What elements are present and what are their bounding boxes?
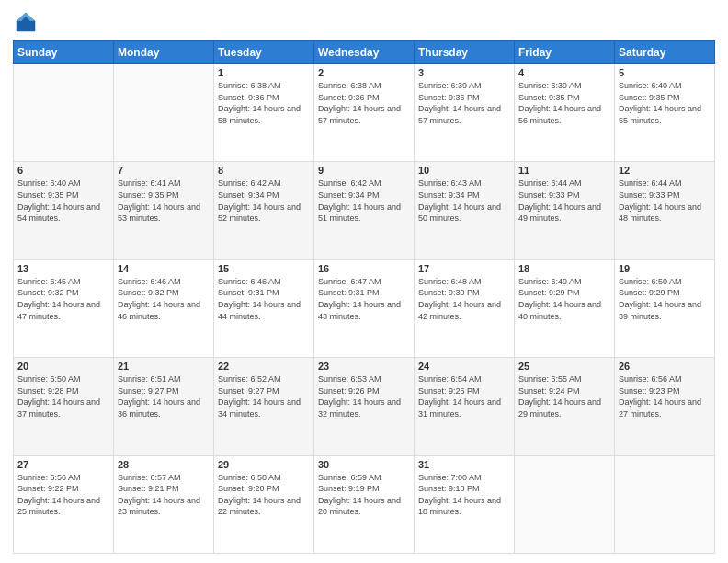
calendar-cell: 5Sunrise: 6:40 AM Sunset: 9:35 PM Daylig… (615, 64, 715, 162)
calendar-header-friday: Friday (515, 41, 615, 64)
calendar-cell: 9Sunrise: 6:42 AM Sunset: 9:34 PM Daylig… (314, 162, 415, 259)
day-info: Sunrise: 6:47 AM Sunset: 9:31 PM Dayligh… (318, 276, 410, 322)
day-info: Sunrise: 6:50 AM Sunset: 9:29 PM Dayligh… (619, 276, 711, 322)
day-info: Sunrise: 6:43 AM Sunset: 9:34 PM Dayligh… (418, 178, 510, 224)
calendar-cell: 30Sunrise: 6:59 AM Sunset: 9:19 PM Dayli… (314, 455, 415, 553)
calendar: SundayMondayTuesdayWednesdayThursdayFrid… (13, 40, 715, 554)
calendar-header-saturday: Saturday (615, 41, 715, 64)
calendar-cell: 21Sunrise: 6:51 AM Sunset: 9:27 PM Dayli… (114, 358, 214, 455)
day-number: 19 (619, 263, 711, 274)
day-info: Sunrise: 6:44 AM Sunset: 9:33 PM Dayligh… (619, 178, 711, 224)
calendar-week-row: 13Sunrise: 6:45 AM Sunset: 9:32 PM Dayli… (14, 259, 715, 357)
day-number: 23 (318, 361, 410, 372)
day-info: Sunrise: 7:00 AM Sunset: 9:18 PM Dayligh… (418, 472, 510, 518)
day-number: 16 (318, 263, 410, 274)
day-info: Sunrise: 6:48 AM Sunset: 9:30 PM Dayligh… (418, 276, 510, 322)
day-info: Sunrise: 6:40 AM Sunset: 9:35 PM Dayligh… (17, 178, 109, 224)
calendar-cell (515, 455, 615, 553)
calendar-cell (114, 64, 214, 162)
day-number: 8 (218, 165, 310, 176)
page: SundayMondayTuesdayWednesdayThursdayFrid… (0, 0, 728, 563)
day-info: Sunrise: 6:55 AM Sunset: 9:24 PM Dayligh… (518, 373, 610, 419)
day-info: Sunrise: 6:42 AM Sunset: 9:34 PM Dayligh… (318, 178, 410, 224)
calendar-cell: 24Sunrise: 6:54 AM Sunset: 9:25 PM Dayli… (415, 358, 515, 455)
calendar-cell: 13Sunrise: 6:45 AM Sunset: 9:32 PM Dayli… (14, 259, 114, 357)
calendar-cell: 31Sunrise: 7:00 AM Sunset: 9:18 PM Dayli… (415, 455, 515, 553)
day-info: Sunrise: 6:39 AM Sunset: 9:36 PM Dayligh… (418, 80, 510, 126)
day-info: Sunrise: 6:52 AM Sunset: 9:27 PM Dayligh… (218, 373, 310, 419)
day-number: 11 (518, 165, 610, 176)
calendar-cell (14, 64, 114, 162)
day-info: Sunrise: 6:49 AM Sunset: 9:29 PM Dayligh… (518, 276, 610, 322)
calendar-header-thursday: Thursday (415, 41, 515, 64)
calendar-cell: 26Sunrise: 6:56 AM Sunset: 9:23 PM Dayli… (615, 358, 715, 455)
calendar-cell: 27Sunrise: 6:56 AM Sunset: 9:22 PM Dayli… (14, 455, 114, 553)
day-number: 3 (418, 67, 510, 78)
day-info: Sunrise: 6:56 AM Sunset: 9:23 PM Dayligh… (619, 373, 711, 419)
calendar-cell: 28Sunrise: 6:57 AM Sunset: 9:21 PM Dayli… (114, 455, 214, 553)
calendar-cell: 17Sunrise: 6:48 AM Sunset: 9:30 PM Dayli… (415, 259, 515, 357)
calendar-header-row: SundayMondayTuesdayWednesdayThursdayFrid… (14, 41, 715, 64)
calendar-header-sunday: Sunday (14, 41, 114, 64)
calendar-cell: 4Sunrise: 6:39 AM Sunset: 9:35 PM Daylig… (515, 64, 615, 162)
day-number: 10 (418, 165, 510, 176)
day-info: Sunrise: 6:42 AM Sunset: 9:34 PM Dayligh… (218, 178, 310, 224)
day-info: Sunrise: 6:41 AM Sunset: 9:35 PM Dayligh… (118, 178, 210, 224)
calendar-cell: 25Sunrise: 6:55 AM Sunset: 9:24 PM Dayli… (515, 358, 615, 455)
logo-icon (13, 9, 39, 35)
calendar-cell: 3Sunrise: 6:39 AM Sunset: 9:36 PM Daylig… (415, 64, 515, 162)
day-number: 30 (318, 459, 410, 470)
calendar-cell: 20Sunrise: 6:50 AM Sunset: 9:28 PM Dayli… (14, 358, 114, 455)
day-info: Sunrise: 6:46 AM Sunset: 9:32 PM Dayligh… (118, 276, 210, 322)
day-number: 22 (218, 361, 310, 372)
calendar-cell: 14Sunrise: 6:46 AM Sunset: 9:32 PM Dayli… (114, 259, 214, 357)
calendar-header-monday: Monday (114, 41, 214, 64)
calendar-cell: 15Sunrise: 6:46 AM Sunset: 9:31 PM Dayli… (214, 259, 314, 357)
calendar-cell: 11Sunrise: 6:44 AM Sunset: 9:33 PM Dayli… (515, 162, 615, 259)
calendar-header-wednesday: Wednesday (314, 41, 415, 64)
day-number: 26 (619, 361, 711, 372)
day-number: 25 (518, 361, 610, 372)
calendar-week-row: 1Sunrise: 6:38 AM Sunset: 9:36 PM Daylig… (14, 64, 715, 162)
day-number: 14 (118, 263, 210, 274)
day-number: 21 (118, 361, 210, 372)
calendar-week-row: 6Sunrise: 6:40 AM Sunset: 9:35 PM Daylig… (14, 162, 715, 259)
day-info: Sunrise: 6:50 AM Sunset: 9:28 PM Dayligh… (17, 373, 109, 419)
calendar-cell: 8Sunrise: 6:42 AM Sunset: 9:34 PM Daylig… (214, 162, 314, 259)
day-info: Sunrise: 6:45 AM Sunset: 9:32 PM Dayligh… (17, 276, 109, 322)
day-number: 5 (619, 67, 711, 78)
calendar-cell: 19Sunrise: 6:50 AM Sunset: 9:29 PM Dayli… (615, 259, 715, 357)
header (13, 9, 715, 35)
day-info: Sunrise: 6:44 AM Sunset: 9:33 PM Dayligh… (518, 178, 610, 224)
calendar-week-row: 27Sunrise: 6:56 AM Sunset: 9:22 PM Dayli… (14, 455, 715, 553)
day-info: Sunrise: 6:58 AM Sunset: 9:20 PM Dayligh… (218, 472, 310, 518)
day-info: Sunrise: 6:57 AM Sunset: 9:21 PM Dayligh… (118, 472, 210, 518)
day-info: Sunrise: 6:51 AM Sunset: 9:27 PM Dayligh… (118, 373, 210, 419)
day-number: 27 (17, 459, 109, 470)
calendar-cell: 2Sunrise: 6:38 AM Sunset: 9:36 PM Daylig… (314, 64, 415, 162)
day-number: 12 (619, 165, 711, 176)
day-info: Sunrise: 6:53 AM Sunset: 9:26 PM Dayligh… (318, 373, 410, 419)
calendar-cell: 12Sunrise: 6:44 AM Sunset: 9:33 PM Dayli… (615, 162, 715, 259)
calendar-cell: 23Sunrise: 6:53 AM Sunset: 9:26 PM Dayli… (314, 358, 415, 455)
day-number: 18 (518, 263, 610, 274)
calendar-header-tuesday: Tuesday (214, 41, 314, 64)
day-number: 6 (17, 165, 109, 176)
day-info: Sunrise: 6:38 AM Sunset: 9:36 PM Dayligh… (218, 80, 310, 126)
day-number: 20 (17, 361, 109, 372)
day-info: Sunrise: 6:54 AM Sunset: 9:25 PM Dayligh… (418, 373, 510, 419)
day-number: 29 (218, 459, 310, 470)
calendar-cell: 10Sunrise: 6:43 AM Sunset: 9:34 PM Dayli… (415, 162, 515, 259)
day-info: Sunrise: 6:39 AM Sunset: 9:35 PM Dayligh… (518, 80, 610, 126)
calendar-cell: 16Sunrise: 6:47 AM Sunset: 9:31 PM Dayli… (314, 259, 415, 357)
calendar-cell: 22Sunrise: 6:52 AM Sunset: 9:27 PM Dayli… (214, 358, 314, 455)
calendar-cell (615, 455, 715, 553)
day-number: 9 (318, 165, 410, 176)
day-number: 28 (118, 459, 210, 470)
calendar-cell: 29Sunrise: 6:58 AM Sunset: 9:20 PM Dayli… (214, 455, 314, 553)
day-info: Sunrise: 6:56 AM Sunset: 9:22 PM Dayligh… (17, 472, 109, 518)
calendar-cell: 6Sunrise: 6:40 AM Sunset: 9:35 PM Daylig… (14, 162, 114, 259)
day-number: 17 (418, 263, 510, 274)
calendar-cell: 18Sunrise: 6:49 AM Sunset: 9:29 PM Dayli… (515, 259, 615, 357)
calendar-cell: 1Sunrise: 6:38 AM Sunset: 9:36 PM Daylig… (214, 64, 314, 162)
